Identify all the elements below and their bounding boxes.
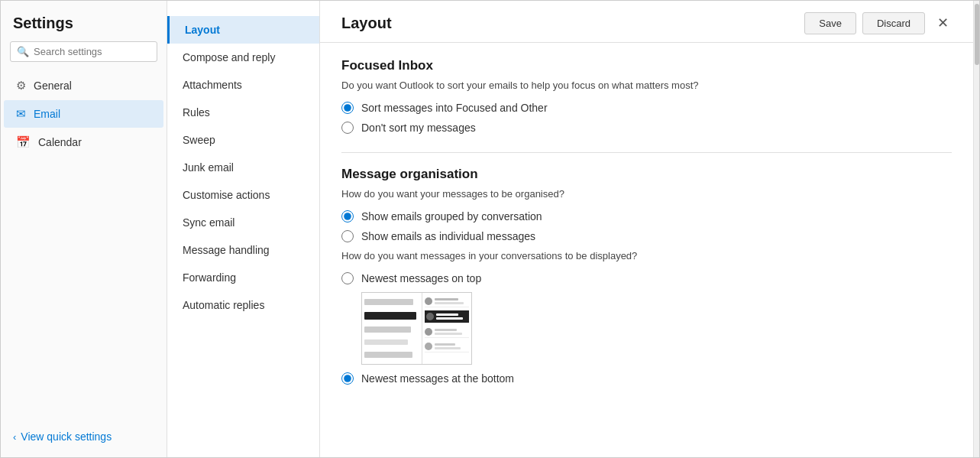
radio-grouped-label: Show emails grouped by conversation <box>361 210 542 223</box>
radio-newest-top-input[interactable] <box>341 272 354 284</box>
divider-1 <box>341 152 952 153</box>
radio-dont-sort-label: Don't sort my messages <box>361 122 476 134</box>
message-organisation-desc: How do you want your messages to be orga… <box>341 188 952 200</box>
main-header: Layout Save Discard ✕ <box>320 1 973 43</box>
scrollbar-thumb[interactable] <box>975 4 979 65</box>
discard-button[interactable]: Discard <box>862 12 925 34</box>
radio-newest-bottom[interactable]: Newest messages at the bottom <box>341 372 952 385</box>
preview-section-2 <box>425 310 469 323</box>
search-icon: 🔍 <box>17 46 29 57</box>
radio-sort-focused[interactable]: Sort messages into Focused and Other <box>341 102 952 114</box>
sidebar-item-general-label: General <box>34 80 72 92</box>
main-body: Focused Inbox Do you want Outlook to sor… <box>320 43 973 457</box>
radio-newest-bottom-label: Newest messages at the bottom <box>361 372 514 385</box>
page-title: Layout <box>341 15 392 32</box>
radio-newest-top-label: Newest messages on top <box>361 272 481 284</box>
mid-nav-item-junk[interactable]: Junk email <box>167 154 319 181</box>
search-input[interactable] <box>34 46 150 57</box>
email-icon: ✉ <box>16 107 26 121</box>
mid-nav-item-message-handling[interactable]: Message handling <box>167 236 319 264</box>
mid-nav-item-attachments[interactable]: Attachments <box>167 71 319 99</box>
close-button[interactable]: ✕ <box>931 11 955 34</box>
radio-grouped[interactable]: Show emails grouped by conversation <box>341 210 952 223</box>
radio-individual[interactable]: Show emails as individual messages <box>341 230 952 242</box>
radio-dont-sort[interactable]: Don't sort my messages <box>341 122 952 134</box>
preview-left-panel <box>362 293 422 364</box>
focused-inbox-title: Focused Inbox <box>341 58 952 73</box>
sidebar-nav: ⚙ General ✉ Email 📅 Calendar <box>1 71 167 157</box>
app-title: Settings <box>1 8 167 41</box>
mid-nav-item-forwarding[interactable]: Forwarding <box>167 264 319 291</box>
message-organisation-section: Message organisation How do you want you… <box>341 167 952 385</box>
main-content: Layout Save Discard ✕ Focused Inbox Do y… <box>320 1 973 457</box>
sidebar: Settings 🔍 ⚙ General ✉ Email 📅 Calendar … <box>1 1 167 457</box>
mid-nav-item-layout[interactable]: Layout <box>167 16 319 44</box>
radio-sort-focused-input[interactable] <box>341 102 354 114</box>
radio-dont-sort-input[interactable] <box>341 122 354 134</box>
conversation-preview-top <box>361 292 472 365</box>
view-quick-settings-label: View quick settings <box>21 430 112 443</box>
mid-nav-item-sweep[interactable]: Sweep <box>167 126 319 154</box>
radio-individual-label: Show emails as individual messages <box>361 230 535 242</box>
preview-section-4 <box>425 341 469 352</box>
app-container: Settings 🔍 ⚙ General ✉ Email 📅 Calendar … <box>0 0 980 458</box>
sidebar-item-email-label: Email <box>34 108 60 120</box>
focused-inbox-section: Focused Inbox Do you want Outlook to sor… <box>341 58 952 134</box>
back-arrow-icon: ‹ <box>13 431 16 443</box>
sidebar-item-email[interactable]: ✉ Email <box>4 100 163 128</box>
focused-inbox-desc: Do you want Outlook to sort your emails … <box>341 80 952 91</box>
conversation-display-question: How do you want messages in your convers… <box>341 250 952 261</box>
view-quick-settings[interactable]: ‹ View quick settings <box>1 424 167 450</box>
message-organisation-title: Message organisation <box>341 167 952 182</box>
sidebar-item-calendar-label: Calendar <box>38 136 82 148</box>
mid-nav-item-compose[interactable]: Compose and reply <box>167 44 319 71</box>
radio-newest-top[interactable]: Newest messages on top <box>341 272 952 284</box>
mid-nav: Layout Compose and reply Attachments Rul… <box>167 1 320 457</box>
sidebar-item-general[interactable]: ⚙ General <box>4 72 163 99</box>
preview-section-1 <box>425 296 469 307</box>
radio-sort-focused-label: Sort messages into Focused and Other <box>361 102 548 114</box>
save-button[interactable]: Save <box>804 12 856 34</box>
calendar-icon: 📅 <box>16 135 31 149</box>
mid-nav-item-sync[interactable]: Sync email <box>167 209 319 236</box>
header-actions: Save Discard ✕ <box>804 11 955 34</box>
mid-nav-item-customise[interactable]: Customise actions <box>167 181 319 209</box>
radio-individual-input[interactable] <box>341 230 354 242</box>
radio-grouped-input[interactable] <box>341 210 354 223</box>
scrollbar[interactable] <box>973 1 979 457</box>
preview-right-panel <box>422 293 471 364</box>
search-box[interactable]: 🔍 <box>10 41 157 62</box>
general-icon: ⚙ <box>16 79 26 93</box>
preview-section-3 <box>425 326 469 338</box>
sidebar-item-calendar[interactable]: 📅 Calendar <box>4 128 163 156</box>
mid-nav-item-rules[interactable]: Rules <box>167 99 319 126</box>
radio-newest-bottom-input[interactable] <box>341 372 354 385</box>
mid-nav-item-automatic-replies[interactable]: Automatic replies <box>167 291 319 319</box>
